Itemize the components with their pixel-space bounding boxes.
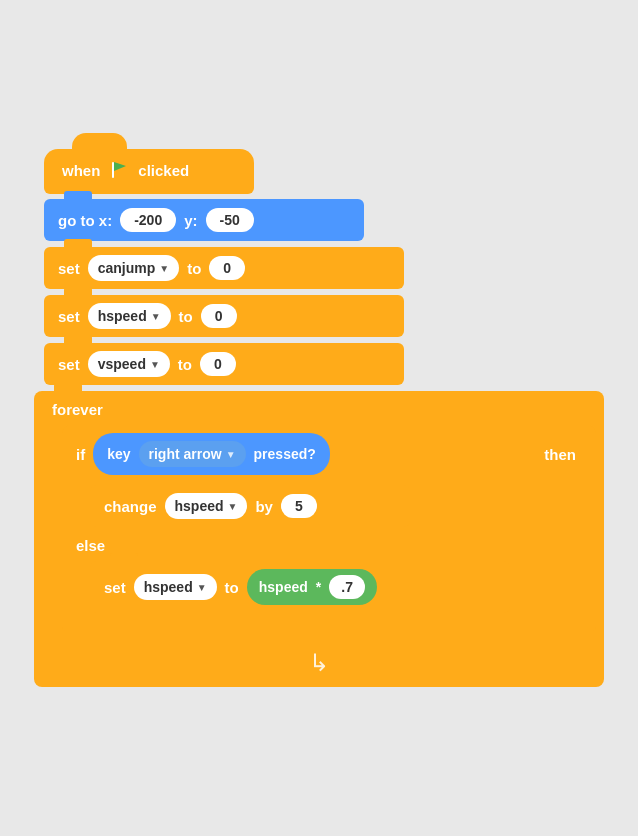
mult-block[interactable]: hspeed * .7 [247, 569, 377, 605]
hspeed-arrow-2: ▼ [228, 501, 238, 512]
change-hspeed-block[interactable]: change hspeed ▼ by 5 [90, 485, 410, 527]
svg-marker-1 [114, 162, 126, 171]
mult-op: * [316, 579, 321, 595]
clicked-label: clicked [138, 162, 189, 179]
goto-label: go to x: [58, 212, 112, 229]
mult-val[interactable]: .7 [329, 575, 365, 599]
set-vspeed-block[interactable]: set vspeed ▼ to 0 [44, 343, 404, 385]
hspeed-arrow-3: ▼ [197, 582, 207, 593]
to-label-3: to [178, 356, 192, 373]
mult-var: hspeed [259, 579, 308, 595]
canjump-value[interactable]: 0 [209, 256, 245, 280]
canjump-dropdown[interactable]: canjump ▼ [88, 255, 179, 281]
forever-block: forever if key right arrow ▼ pressed? [34, 391, 604, 687]
to-label-1: to [187, 260, 201, 277]
set-hspeed-mult-block[interactable]: set hspeed ▼ to hspeed * .7 [90, 561, 510, 613]
set-label-3: set [58, 356, 80, 373]
forever-bottom: ↳ [34, 639, 604, 687]
svg-rect-0 [112, 162, 114, 178]
set-label-2: set [58, 308, 80, 325]
flag-icon [108, 159, 130, 181]
hspeed-dropdown-2[interactable]: hspeed ▼ [165, 493, 248, 519]
to-label-2: to [179, 308, 193, 325]
vspeed-value[interactable]: 0 [200, 352, 236, 376]
condition-block[interactable]: key right arrow ▼ pressed? [93, 433, 330, 475]
vspeed-dropdown[interactable]: vspeed ▼ [88, 351, 170, 377]
canjump-arrow: ▼ [159, 263, 169, 274]
by-label: by [255, 498, 273, 515]
y-value[interactable]: -50 [206, 208, 254, 232]
if-block: if key right arrow ▼ pressed? then [62, 425, 596, 631]
key-arrow: ▼ [226, 449, 236, 460]
set-label-1: set [58, 260, 80, 277]
if-label: if [76, 446, 85, 463]
when-flag-block[interactable]: when clicked [44, 149, 254, 194]
when-label: when [62, 162, 100, 179]
key-label: key [107, 446, 130, 462]
goto-block[interactable]: go to x: -200 y: -50 [44, 199, 364, 241]
set-canjump-block[interactable]: set canjump ▼ to 0 [44, 247, 404, 289]
hspeed-arrow-1: ▼ [151, 311, 161, 322]
scratch-workspace: when clicked go to x: -200 y: -50 set ca… [4, 119, 634, 717]
hspeed-dropdown-3[interactable]: hspeed ▼ [134, 574, 217, 600]
forever-label: forever [52, 401, 103, 418]
then-label: then [544, 446, 582, 463]
pressed-label: pressed? [254, 446, 316, 462]
to-label-4: to [225, 579, 239, 596]
else-label: else [76, 537, 105, 554]
set-label-4: set [104, 579, 126, 596]
y-label: y: [184, 212, 197, 229]
change-label: change [104, 498, 157, 515]
vspeed-arrow: ▼ [150, 359, 160, 370]
set-hspeed-block[interactable]: set hspeed ▼ to 0 [44, 295, 404, 337]
hspeed-dropdown-1[interactable]: hspeed ▼ [88, 303, 171, 329]
hspeed-value-1[interactable]: 0 [201, 304, 237, 328]
change-value[interactable]: 5 [281, 494, 317, 518]
curved-arrow-icon: ↳ [309, 649, 329, 677]
key-dropdown[interactable]: right arrow ▼ [139, 441, 246, 467]
x-value[interactable]: -200 [120, 208, 176, 232]
